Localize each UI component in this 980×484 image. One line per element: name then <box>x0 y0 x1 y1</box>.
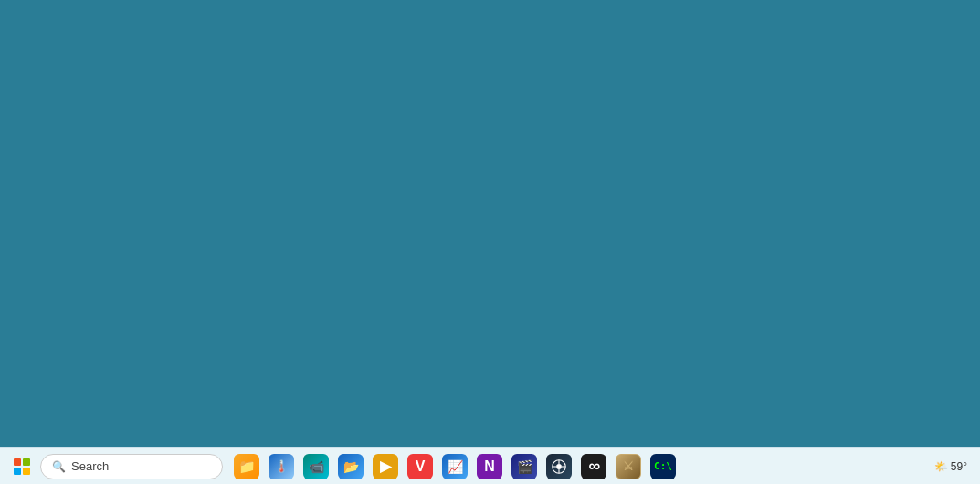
taskbar-app-files[interactable]: 📂 <box>334 450 367 483</box>
taskbar-app-terminal[interactable]: C:\ <box>647 450 680 483</box>
taskbar-app-vivaldi[interactable]: V <box>404 450 437 483</box>
taskbar: 🔍 Search 📁 🌡️ 📹 📂 ▶ <box>0 447 980 484</box>
start-button[interactable] <box>7 452 37 481</box>
taskbar-app-onenote[interactable]: N <box>473 450 506 483</box>
weather-widget[interactable]: 🌤️ 59° <box>929 458 973 475</box>
taskbar-app-movie[interactable]: 🎬 <box>508 450 541 483</box>
taskbar-app-plex[interactable]: ▶ <box>369 450 402 483</box>
search-bar[interactable]: 🔍 Search <box>40 454 223 479</box>
taskbar-app-lol[interactable]: ⚔ <box>612 450 645 483</box>
taskbar-app-weather[interactable]: 🌡️ <box>265 450 298 483</box>
system-tray: 🌤️ 59° <box>929 458 973 475</box>
svg-point-1 <box>556 464 562 469</box>
search-label: Search <box>71 459 109 473</box>
desktop <box>0 0 980 447</box>
taskbar-app-stocks[interactable]: 📈 <box>438 450 471 483</box>
weather-icon: 🌤️ <box>934 460 948 473</box>
taskbar-app-meet[interactable]: 📹 <box>300 450 332 483</box>
taskbar-app-steam[interactable] <box>543 450 575 483</box>
taskbar-app-file-explorer[interactable]: 📁 <box>230 450 263 483</box>
taskbar-apps: 📁 🌡️ 📹 📂 ▶ V 📈 <box>230 450 925 483</box>
weather-temp: 59° <box>951 460 967 473</box>
windows-logo-icon <box>14 458 30 475</box>
taskbar-app-oculus[interactable]: ∞ <box>577 450 610 483</box>
search-icon: 🔍 <box>52 460 66 473</box>
steam-icon <box>551 458 567 475</box>
